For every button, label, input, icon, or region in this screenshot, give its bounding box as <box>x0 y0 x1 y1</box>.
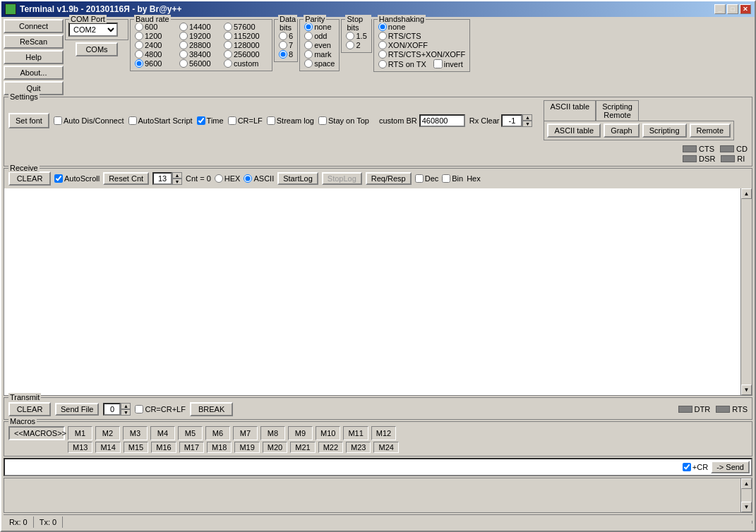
baud-28800[interactable]: 28800 <box>179 41 223 49</box>
macro-m15[interactable]: M15 <box>124 442 148 453</box>
custom-br-input[interactable] <box>419 114 465 127</box>
baud-1200[interactable]: 1200 <box>135 32 179 40</box>
macro-m4[interactable]: M4 <box>150 426 175 440</box>
parity-even[interactable]: even <box>304 41 335 49</box>
scroll-track[interactable] <box>741 199 752 385</box>
cnt-input[interactable] <box>152 172 172 185</box>
help-button[interactable]: Help <box>4 50 64 64</box>
cr-cr-lf-check[interactable]: CR=CR+LF <box>135 405 185 413</box>
macro-m11[interactable]: M11 <box>343 426 368 440</box>
handshaking-rts-cts-xon-xoff[interactable]: RTS/CTS+XON/XOFF <box>378 50 466 59</box>
extra-scroll-down[interactable]: ▼ <box>741 502 752 512</box>
rx-clear-down[interactable]: ▼ <box>522 121 532 127</box>
macro-m18[interactable]: M18 <box>207 442 232 453</box>
macro-m16[interactable]: M16 <box>151 442 176 453</box>
parity-odd[interactable]: odd <box>304 32 335 40</box>
time-check[interactable]: Time <box>197 116 224 125</box>
minimize-button[interactable]: _ <box>714 4 726 14</box>
transmit-cnt-input[interactable] <box>103 403 121 416</box>
scroll-up-btn[interactable]: ▲ <box>741 188 752 199</box>
send-input-field[interactable] <box>6 461 680 473</box>
parity-mark[interactable]: mark <box>304 50 335 59</box>
stop-bits-1-5[interactable]: 1.5 <box>346 32 366 40</box>
rescan-button[interactable]: ReScan <box>4 35 64 49</box>
extra-scrollbar[interactable]: ▲ ▼ <box>740 478 752 512</box>
start-log-button[interactable]: StartLog <box>277 172 318 185</box>
macro-m13[interactable]: M13 <box>68 442 92 453</box>
baud-115200[interactable]: 115200 <box>224 32 268 40</box>
stop-log-button[interactable]: StopLog <box>322 172 362 185</box>
baud-custom[interactable]: custom <box>224 59 268 68</box>
transmit-cnt-up[interactable]: ▲ <box>121 403 131 409</box>
stop-bits-2[interactable]: 2 <box>346 41 366 49</box>
data-bits-6[interactable]: 6 <box>279 32 293 40</box>
baud-2400[interactable]: 2400 <box>135 41 179 49</box>
invert-label[interactable]: invert <box>433 59 463 68</box>
ascii-radio[interactable]: ASCII <box>244 174 274 183</box>
baud-128000[interactable]: 128000 <box>224 41 268 49</box>
transmit-cnt-down[interactable]: ▼ <box>121 409 131 416</box>
receive-scrollbar[interactable]: ▲ ▼ <box>740 188 752 395</box>
baud-38400[interactable]: 38400 <box>179 50 223 59</box>
macro-m10[interactable]: M10 <box>316 426 340 440</box>
scripting-remote-tab[interactable]: Scripting Remote <box>596 100 639 121</box>
reset-cnt-button[interactable]: Reset Cnt <box>103 172 149 185</box>
stay-on-top-check[interactable]: Stay on Top <box>318 116 369 125</box>
baud-14400[interactable]: 14400 <box>179 23 223 31</box>
remote-button[interactable]: Remote <box>690 123 731 138</box>
req-resp-button[interactable]: Req/Resp <box>366 172 412 185</box>
clear-receive-button[interactable]: CLEAR <box>8 171 51 186</box>
baud-9600[interactable]: 9600 <box>135 59 179 68</box>
rx-clear-input[interactable] <box>501 114 522 127</box>
handshaking-none[interactable]: none <box>378 23 466 31</box>
break-button[interactable]: BREAK <box>190 402 233 416</box>
send-file-button[interactable]: Send File <box>55 403 99 416</box>
parity-none[interactable]: none <box>304 23 335 31</box>
rx-clear-up[interactable]: ▲ <box>522 114 532 121</box>
baud-4800[interactable]: 4800 <box>135 50 179 59</box>
macro-m21[interactable]: M21 <box>290 442 315 453</box>
baud-57600[interactable]: 57600 <box>224 23 268 31</box>
extra-scroll-up[interactable]: ▲ <box>741 478 752 489</box>
hex-radio[interactable]: HEX <box>215 174 241 183</box>
cr-check[interactable]: +CR <box>683 463 708 471</box>
close-button[interactable]: ✕ <box>740 4 751 14</box>
autoscroll-check[interactable]: AutoScroll <box>54 174 100 183</box>
macro-m1[interactable]: M1 <box>68 426 92 440</box>
scripting-button[interactable]: Scripting <box>642 123 687 138</box>
parity-space[interactable]: space <box>304 59 335 68</box>
macro-m3[interactable]: M3 <box>123 426 148 440</box>
macro-m23[interactable]: M23 <box>346 442 371 453</box>
macro-m19[interactable]: M19 <box>234 442 259 453</box>
maximize-button[interactable]: □ <box>727 4 738 14</box>
baud-256000[interactable]: 256000 <box>224 50 268 59</box>
macro-m22[interactable]: M22 <box>318 442 343 453</box>
macro-m7[interactable]: M7 <box>233 426 258 440</box>
macro-m2[interactable]: M2 <box>95 426 120 440</box>
set-font-button[interactable]: Set font <box>8 113 49 128</box>
bin-check[interactable]: Bin <box>442 174 463 183</box>
cnt-down[interactable]: ▼ <box>172 179 182 185</box>
cr-lf-check[interactable]: CR=LF <box>228 116 263 125</box>
clear-transmit-button[interactable]: CLEAR <box>8 402 51 416</box>
macro-m8[interactable]: M8 <box>260 426 285 440</box>
com-port-select[interactable]: COM2 COM1 COM3 <box>68 23 118 37</box>
send-button[interactable]: -> Send <box>711 461 750 473</box>
invert-checkbox[interactable] <box>433 59 443 68</box>
scroll-down-btn[interactable]: ▼ <box>741 385 752 395</box>
about-button[interactable]: About... <box>4 66 64 80</box>
baud-19200[interactable]: 19200 <box>179 32 223 40</box>
auto-dis-connect-check[interactable]: Auto Dis/Connect <box>54 116 124 125</box>
receive-textarea[interactable] <box>4 188 740 395</box>
baud-600[interactable]: 600 <box>135 23 179 31</box>
coms-button[interactable]: COMs <box>76 42 118 56</box>
macro-m24[interactable]: M24 <box>373 442 398 453</box>
macro-m12[interactable]: M12 <box>371 426 396 440</box>
dec-check[interactable]: Dec <box>415 174 439 183</box>
ascii-table-tab[interactable]: ASCII table <box>544 100 596 121</box>
handshaking-rts-cts[interactable]: RTS/CTS <box>378 32 466 40</box>
baud-56000[interactable]: 56000 <box>179 59 223 68</box>
stream-log-check[interactable]: Stream log <box>267 116 314 125</box>
cnt-up[interactable]: ▲ <box>172 172 182 179</box>
macro-m14[interactable]: M14 <box>95 442 120 453</box>
